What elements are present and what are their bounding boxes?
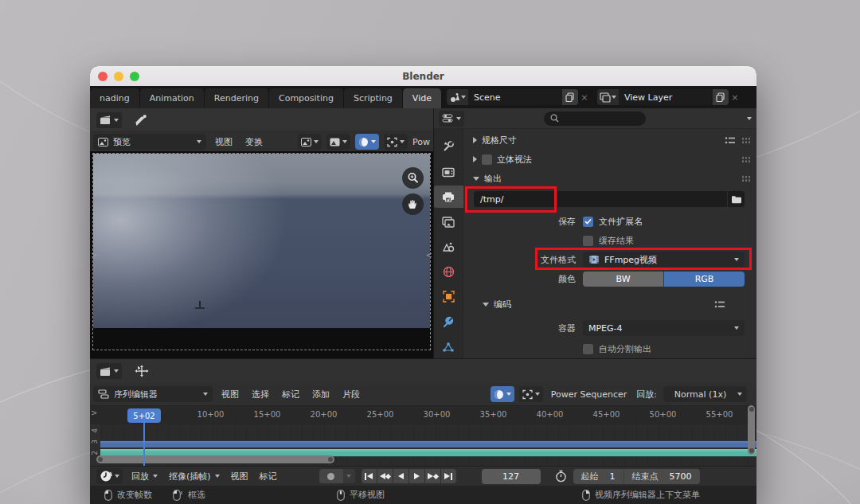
preview-mode-dropdown[interactable]: 预览 xyxy=(93,134,206,150)
seq-menu-select[interactable]: 选择 xyxy=(248,389,273,400)
prev-keyframe-button[interactable] xyxy=(377,469,393,483)
panel-output[interactable]: 输出 xyxy=(463,169,756,188)
autosplit-checkbox[interactable] xyxy=(583,344,593,354)
strip-channel-2[interactable] xyxy=(100,440,756,448)
preview-overflow-label[interactable]: Pow xyxy=(412,137,430,147)
properties-editor-type-button[interactable] xyxy=(439,111,464,127)
preview-menu-transform[interactable]: 变换 xyxy=(241,136,267,148)
tab-scene-properties[interactable] xyxy=(434,236,463,258)
tab-output-properties[interactable] xyxy=(434,186,463,208)
zoom-gizmo-button[interactable] xyxy=(402,167,424,189)
power-sequencer-menu[interactable]: Power Sequencer xyxy=(548,389,631,400)
container-dropdown[interactable]: MPEG-4 xyxy=(583,320,745,336)
region-expand-left-arrow[interactable]: > xyxy=(91,251,97,260)
color-rgb-button[interactable]: RGB xyxy=(664,272,745,287)
tab-render-properties[interactable] xyxy=(434,160,463,182)
drag-dots-icon[interactable] xyxy=(741,156,750,163)
timeline-editor-type-button[interactable] xyxy=(96,468,123,484)
pan-gizmo-button[interactable] xyxy=(402,193,424,215)
view-layer-browse-button[interactable] xyxy=(597,89,619,105)
zoom-window-button[interactable] xyxy=(130,72,139,81)
region-expand-arrow[interactable]: > xyxy=(91,408,97,417)
seq-shading-sphere-button[interactable] xyxy=(491,386,514,402)
tab-compositing[interactable]: Compositing xyxy=(269,88,344,108)
tab-view-layer-properties[interactable] xyxy=(434,210,463,232)
view-layer-copy-button[interactable] xyxy=(713,89,729,105)
output-path-browse-button[interactable] xyxy=(727,191,745,207)
minimize-window-button[interactable] xyxy=(114,72,123,81)
overlays-dropdown[interactable] xyxy=(326,134,350,150)
auto-keying-button[interactable] xyxy=(319,469,355,483)
tab-object-properties[interactable] xyxy=(434,286,463,308)
play-button[interactable] xyxy=(409,469,424,483)
chevron-down-icon xyxy=(346,475,351,478)
scene-browse-button[interactable] xyxy=(447,89,468,105)
properties-search-input[interactable] xyxy=(544,111,646,126)
scene-unlink-button[interactable]: × xyxy=(578,92,591,103)
tab-modifier-properties[interactable] xyxy=(434,311,463,333)
properties-options-dropdown[interactable] xyxy=(747,117,752,120)
jump-to-end-button[interactable] xyxy=(441,469,456,483)
shading-sphere-button[interactable] xyxy=(355,134,379,150)
panel-encoding[interactable]: 编码 xyxy=(463,295,756,314)
move-tool-icon[interactable] xyxy=(135,365,149,377)
tab-scripting[interactable]: Scripting xyxy=(344,88,403,108)
current-frame-field[interactable]: 127 xyxy=(482,469,541,484)
tab-tool-properties[interactable] xyxy=(434,135,463,158)
drag-dots-icon[interactable] xyxy=(741,175,750,182)
region-expand-right-arrow[interactable]: < xyxy=(426,251,432,260)
timeline-ruler[interactable]: 10+0015+0020+0025+0030+0035+0040+0045+00… xyxy=(90,405,756,424)
seq-menu-marker[interactable]: 标记 xyxy=(278,389,303,400)
eyedropper-icon[interactable] xyxy=(135,114,147,127)
timeline-view-menu[interactable]: 视图 xyxy=(225,468,254,484)
seq-menu-view[interactable]: 视图 xyxy=(217,389,243,400)
stopwatch-icon[interactable] xyxy=(555,470,567,483)
close-window-button[interactable] xyxy=(98,72,108,81)
view-layer-name-field[interactable]: View Layer xyxy=(619,89,713,105)
view-layer-remove-button[interactable]: × xyxy=(729,92,741,103)
playback-menu[interactable]: 回放 xyxy=(126,468,163,484)
sequencer-editor-type-button[interactable] xyxy=(96,363,122,379)
output-path-field[interactable]: /tmp/ xyxy=(474,191,727,207)
scene-name-field[interactable]: Scene xyxy=(468,89,562,105)
drag-dots-icon[interactable] xyxy=(741,137,750,144)
start-frame-field[interactable]: 起始 1 xyxy=(573,469,624,484)
vertical-scrollbar[interactable] xyxy=(748,405,755,455)
timeline-marker-menu[interactable]: 标记 xyxy=(254,468,283,484)
end-frame-field[interactable]: 结束点 5700 xyxy=(624,469,700,484)
playback-speed-dropdown[interactable]: Normal (1x) xyxy=(663,386,747,402)
scene-selector: Scene × xyxy=(447,88,591,106)
sequencer-tracks[interactable]: 432 xyxy=(90,424,756,466)
horizontal-scrollbar[interactable] xyxy=(96,455,334,463)
seq-menu-strip[interactable]: 片段 xyxy=(338,389,364,400)
panel-dimensions[interactable]: 规格尺寸 xyxy=(463,131,756,150)
title-bar[interactable]: Blender xyxy=(90,66,756,86)
tab-animation[interactable]: Animation xyxy=(140,88,205,108)
file-format-dropdown[interactable]: FFmpeg视频 xyxy=(583,252,745,268)
color-bw-button[interactable]: BW xyxy=(583,272,664,287)
preview-viewport[interactable]: > < xyxy=(90,151,433,358)
view-dot-dropdown[interactable] xyxy=(384,134,408,150)
panel-stereoscopy[interactable]: 立体视法 xyxy=(463,150,756,169)
tab-rendering[interactable]: Rendering xyxy=(205,88,269,108)
tab-world-properties[interactable] xyxy=(434,260,463,283)
file-extensions-checkbox[interactable] xyxy=(583,217,593,227)
tab-video-editing[interactable]: Vide xyxy=(403,88,442,108)
playhead-line[interactable] xyxy=(143,420,145,466)
tab-shading[interactable]: nading xyxy=(90,88,140,108)
seq-menu-add[interactable]: 添加 xyxy=(308,389,334,400)
preview-editor-type-button[interactable] xyxy=(96,112,122,128)
playhead-badge[interactable]: 5+02 xyxy=(127,408,161,423)
jump-to-start-button[interactable] xyxy=(362,469,377,483)
sequencer-view-type-dropdown[interactable]: 序列编辑器 xyxy=(93,386,213,402)
stereoscopy-checkbox[interactable] xyxy=(482,154,492,165)
seq-overlay-dropdown[interactable] xyxy=(519,386,543,402)
tab-physics-properties[interactable] xyxy=(434,336,463,358)
gizmo-dropdown[interactable] xyxy=(298,134,322,150)
preview-menu-view[interactable]: 视图 xyxy=(211,136,236,148)
next-keyframe-button[interactable] xyxy=(425,469,440,483)
keying-menu[interactable]: 抠像(插帧) xyxy=(163,468,225,484)
play-reverse-button[interactable] xyxy=(393,469,408,483)
cache-result-checkbox[interactable] xyxy=(583,236,593,246)
scene-copy-button[interactable] xyxy=(562,89,578,105)
